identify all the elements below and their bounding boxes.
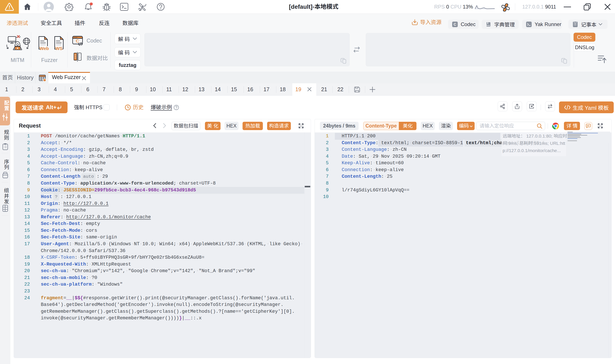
svg-text:Web: Web [39, 46, 49, 51]
svg-text:WS: WS [55, 46, 63, 51]
svg-text:10: 10 [79, 39, 81, 41]
svg-text:C: C [76, 39, 79, 43]
svg-text:C: C [454, 22, 456, 26]
